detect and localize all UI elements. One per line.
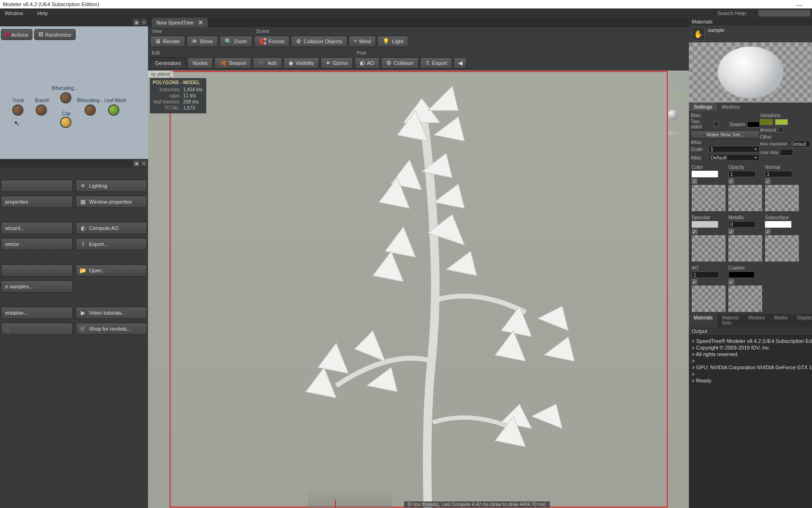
scale-input[interactable]: 1▼ [709,146,759,152]
normal-texture[interactable] [765,185,799,211]
ao-enable-checkbox[interactable]: ✓ [692,279,697,285]
node-branch[interactable] [36,104,47,116]
node-graph[interactable]: ✸Actions ⚄Randomize Trunk Branch Bifurca… [0,26,148,159]
material-name[interactable]: sample [708,27,809,40]
orbit-widget[interactable] [664,105,682,124]
camera-widget[interactable]: ⊙— [664,127,682,138]
properties-button[interactable]: properties [1,196,73,208]
wizard-button[interactable]: wizard... [1,222,73,234]
material-preview[interactable] [689,42,812,103]
node-bifurcating-1[interactable] [60,92,71,103]
opacity-input[interactable]: 1 [728,171,756,177]
compute-ao-button[interactable]: ◐Compute AO [76,222,148,234]
hand-icon[interactable]: ✋ [692,27,705,40]
unknown-button-2[interactable] [1,264,73,277]
gizmo-button[interactable]: ✦Gizmo [320,57,353,69]
collision-button[interactable]: ⚙Collision [381,57,419,69]
zoom-button[interactable]: 🔍Zoom [219,36,252,47]
export-post-button[interactable]: ⇪Export [420,57,453,69]
samples-button[interactable]: e samples... [1,280,73,293]
visibility-button[interactable]: ◉Visibility [283,57,320,69]
tab-material-sets[interactable]: Material Sets [718,314,744,327]
menu-window[interactable]: Window [2,10,26,16]
subsurface-texture[interactable] [765,235,799,262]
collision-objects-button[interactable]: ⚙Collision Objects [291,36,347,47]
ao-input[interactable]: 1 [692,271,719,278]
output-console[interactable]: > SpeedTree® Modeler v8.4.2 (UE4 Subscri… [689,336,812,508]
back-button[interactable]: ◀ [453,57,467,69]
unknown-button-1[interactable] [1,180,73,192]
maxres-input[interactable]: Default [789,141,810,147]
show-button[interactable]: 👁Show [187,36,218,47]
specular-enable-checkbox[interactable]: ✓ [692,229,697,234]
export-button[interactable]: ⇪Export... [76,238,148,250]
color-texture[interactable] [692,185,726,211]
video-tutorials-button[interactable]: ▶Video tutorials... [76,307,148,319]
viewport[interactable]: xy plane POLYGONS - MODEL branches:1,454… [148,71,689,508]
shop-for-models-button[interactable]: 🛒Shop for models... [76,323,148,335]
ao-texture[interactable] [692,286,726,312]
actions-button[interactable]: ✸Actions [1,29,32,40]
window-properties-button[interactable]: ▦Window properties [76,196,148,208]
season-swatch[interactable] [747,121,760,127]
metallic-texture[interactable] [728,235,762,262]
opacity-texture[interactable] [728,185,762,211]
lighting-button[interactable]: ☀Lighting [76,180,148,192]
dock-icon[interactable]: ▣ [133,19,140,25]
menu-help[interactable]: Help [34,10,51,16]
season-button[interactable]: 🍂Season [214,57,251,69]
color-enable-checkbox[interactable]: ✓ [692,178,697,184]
more-button[interactable]: ... [1,323,73,335]
metallic-enable-checkbox[interactable]: ✓ [728,229,734,234]
custom-swatch[interactable] [728,271,755,278]
opacity-enable-checkbox[interactable]: ✓ [728,178,734,184]
amount-checkbox[interactable] [778,127,784,133]
node-trunk[interactable] [12,104,23,116]
tab-masks[interactable]: Masks [769,314,792,327]
tab-settings[interactable]: Settings [689,103,717,111]
wind-button[interactable]: ༄Wind [349,36,376,47]
userdata-input[interactable] [780,149,793,156]
make-new-set-button[interactable]: Make New Set... [691,130,760,139]
specular-texture[interactable] [692,235,726,262]
randomize-button[interactable]: ⚄Randomize [34,29,76,40]
nodes-button[interactable]: Nodes [187,57,213,69]
forces-button[interactable]: 🧲Forces [254,36,290,47]
render-button[interactable]: 🖥Render [150,36,185,47]
normal-enable-checkbox[interactable]: ✓ [765,178,771,184]
color-swatch[interactable] [692,171,718,177]
minimize-icon[interactable]: — [796,1,803,8]
subsurface-swatch[interactable] [765,221,791,228]
randomize-button-2[interactable]: omize [1,238,73,250]
search-help-input[interactable] [758,10,810,16]
normal-input[interactable]: 1 [765,171,792,177]
node-leaf-mesh[interactable] [108,104,119,116]
dock-icon[interactable]: ▣ [133,160,140,167]
add-button[interactable]: ➕Add [253,57,282,69]
twosided-checkbox[interactable] [714,121,719,127]
tab-materials[interactable]: Materials [689,314,718,327]
tab-meshes-b[interactable]: Meshes [743,314,769,327]
light-button[interactable]: 💡Light [377,36,408,47]
node-bifurcating-2[interactable] [85,104,96,116]
node-cap[interactable] [60,117,71,128]
variation-1-swatch[interactable] [760,119,773,125]
close-tab-icon[interactable]: ✕ [198,19,203,26]
tab-displacements[interactable]: Displacements [792,314,812,327]
tab-new-speedtree[interactable]: New SpeedTree ✕ [152,18,208,27]
variation-2-swatch[interactable] [775,119,788,125]
tab-meshes[interactable]: Meshes [717,103,745,111]
ao-button[interactable]: ◐AO [355,57,380,69]
metallic-input[interactable]: 0 [728,221,756,228]
atlas-dropdown[interactable]: Default▼ [709,154,759,161]
subsurface-enable-checkbox[interactable]: ✓ [765,229,771,234]
documentation-button[interactable]: entation... [1,307,73,319]
close-panel-icon[interactable]: ✕ [141,19,147,25]
axis-widget[interactable]: z □ 2.00 [655,75,683,109]
custom-enable-checkbox[interactable]: ✓ [728,279,734,285]
specular-swatch[interactable] [692,221,718,228]
close-panel-icon[interactable]: ✕ [141,160,147,167]
custom-texture[interactable] [728,286,762,312]
generators-button[interactable]: Generators [150,57,186,69]
open-button[interactable]: 📂Open... [76,264,148,277]
